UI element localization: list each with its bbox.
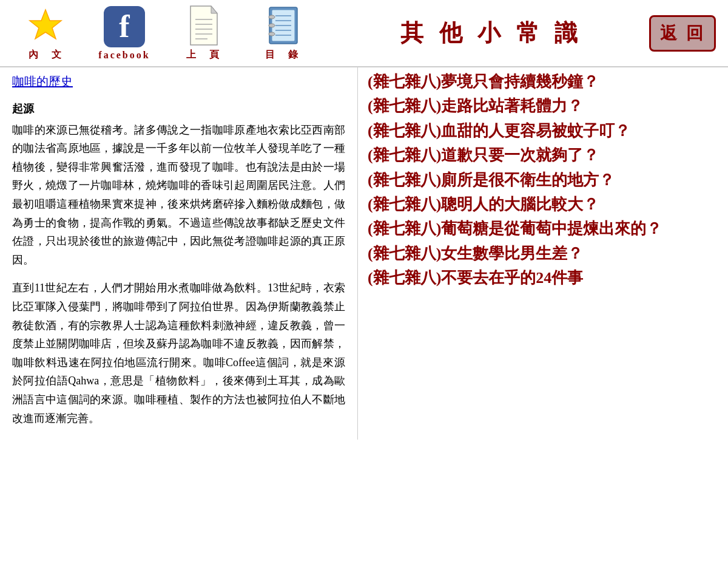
main-content: 咖啡的歷史 起源 咖啡的來源已無從稽考。諸多傳說之一指咖啡原產地衣索比亞西南部的… [0, 67, 728, 440]
right-item[interactable]: (雜七雜八)夢境只會持續幾秒鐘？ [368, 71, 718, 93]
nav-mulu[interactable]: 目 錄 [243, 5, 322, 61]
nav-mulu-label: 目 錄 [265, 49, 300, 61]
header: 內 文 f facebook 上 頁 [0, 0, 728, 67]
right-item[interactable]: (雜七雜八)廁所是很不衛生的地方？ [368, 169, 718, 191]
svg-point-11 [269, 24, 275, 27]
right-panel: (雜七雜八)夢境只會持續幾秒鐘？(雜七雜八)走路比站著耗體力？(雜七雜八)血甜的… [358, 67, 728, 440]
svg-marker-0 [30, 10, 61, 39]
nav-shangye[interactable]: 上 頁 [164, 5, 243, 61]
svg-marker-2 [211, 6, 217, 13]
article-body: 起源 咖啡的來源已無從稽考。諸多傳說之一指咖啡原產地衣索比亞西南部的咖法省高原地… [12, 100, 345, 427]
left-panel: 咖啡的歷史 起源 咖啡的來源已無從稽考。諸多傳說之一指咖啡原產地衣索比亞西南部的… [0, 67, 358, 440]
nav-newen[interactable]: 內 文 [6, 5, 85, 61]
nav-facebook-label: facebook [98, 50, 150, 61]
right-item[interactable]: (雜七雜八)走路比站著耗體力？ [368, 95, 718, 117]
paragraph2: 直到11世紀左右，人們才開始用水煮咖啡做為飲料。13世紀時，衣索比亞軍隊入侵葉門… [12, 279, 345, 427]
right-item[interactable]: (雜七雜八)葡萄糖是從葡萄中提煉出來的？ [368, 218, 718, 240]
facebook-icon: f [104, 6, 145, 47]
nav-newen-label: 內 文 [29, 49, 63, 61]
right-item[interactable]: (雜七雜八)血甜的人更容易被蚊子叮？ [368, 120, 718, 142]
article-title[interactable]: 咖啡的歷史 [12, 73, 345, 90]
section-label: 起源 [12, 100, 345, 118]
nav-shangye-label: 上 頁 [186, 49, 221, 61]
return-button[interactable]: 返 回 [649, 15, 716, 52]
star-icon [25, 5, 66, 46]
nav-facebook[interactable]: f facebook [85, 6, 164, 61]
page-title: 其 他 小 常 識 [322, 18, 649, 49]
svg-point-10 [269, 15, 275, 19]
page-icon [183, 5, 224, 46]
paragraph1: 咖啡的來源已無從稽考。諸多傳說之一指咖啡原產地衣索比亞西南部的咖法省高原地區，據… [12, 121, 345, 270]
right-item[interactable]: (雜七雜八)道歉只要一次就夠了？ [368, 145, 718, 166]
directory-icon [261, 5, 303, 46]
right-item[interactable]: (雜七雜八)聰明人的大腦比較大？ [368, 194, 718, 216]
right-item[interactable]: (雜七雜八)女生數學比男生差？ [368, 243, 718, 265]
right-item[interactable]: (雜七雜八)不要去在乎的24件事 [368, 267, 718, 289]
svg-point-12 [269, 32, 275, 36]
